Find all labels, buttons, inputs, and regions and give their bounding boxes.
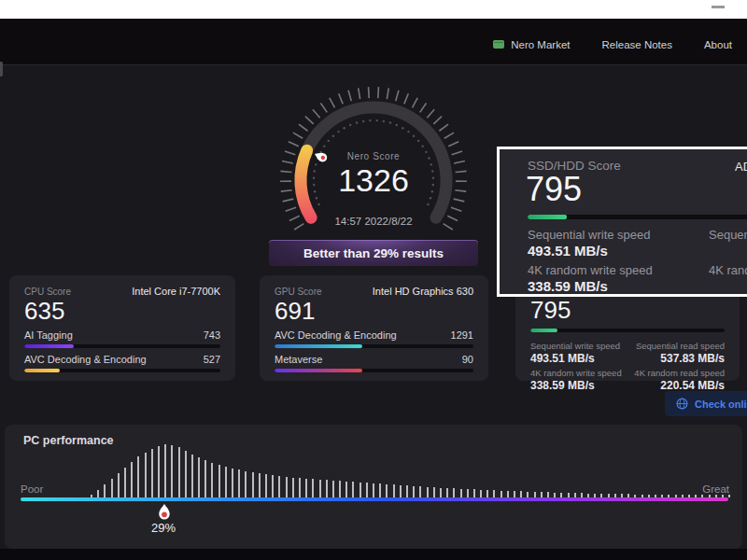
histogram-bar (339, 481, 341, 497)
globe-icon (676, 398, 688, 410)
histogram-bar (486, 490, 488, 497)
speed-value: 493.51 MB/s (528, 243, 608, 259)
histogram-bar (352, 482, 354, 497)
nav-items: Nero Market Release Notes About (493, 19, 732, 64)
histogram-bar (238, 469, 240, 497)
window-control-fragment[interactable] (712, 6, 725, 8)
histogram-bar (400, 485, 402, 497)
benchmark-bar-fill (24, 369, 60, 372)
benchmark-value: 527 (204, 354, 220, 365)
histogram-bar (278, 476, 280, 497)
droplet-marker-icon (157, 503, 172, 521)
histogram-bar (218, 465, 220, 497)
ssd-score-value: 795 (530, 296, 725, 324)
histogram-bar (265, 474, 267, 497)
ssd-magnifier-overlay: SSD/HDD Score AD 795 Sequential write sp… (497, 147, 747, 297)
gauge-title: Nero Score (261, 151, 486, 161)
speed-label-clipped: 4K rand (709, 263, 747, 277)
nav-item-nero-market[interactable]: Nero Market (493, 39, 570, 50)
histogram-bar (453, 488, 455, 497)
speed-value: 338.59 MB/s (528, 278, 608, 294)
performance-poor-label: Poor (21, 483, 43, 495)
histogram-bar (104, 484, 106, 497)
performance-histogram (91, 425, 740, 497)
benchmark-bar-fill (24, 344, 74, 348)
histogram-bar (406, 485, 408, 497)
histogram-bar (97, 490, 99, 497)
histogram-bar (386, 484, 388, 497)
overlay-bar-fill (528, 215, 567, 219)
histogram-bar (178, 447, 180, 497)
result-banner: Better than 29% results (269, 240, 478, 266)
histogram-bar (151, 449, 153, 497)
gauge-score: 1326 (261, 162, 486, 199)
histogram-bar (520, 491, 522, 497)
speed-label: Sequential write speed (528, 228, 651, 242)
histogram-bar (440, 488, 442, 497)
cpu-score-value: 635 (24, 297, 220, 325)
histogram-bar (252, 472, 254, 497)
gpu-score-card[interactable]: GPU Score Intel HD Graphics 630 691 AVC … (260, 275, 488, 381)
benchmark-label: Metaverse (275, 354, 322, 365)
speed-label: Sequential write speed (530, 341, 622, 352)
histogram-bar (259, 473, 261, 497)
histogram-bar (137, 456, 139, 497)
speed-label: 4K random write speed (528, 263, 653, 277)
benchmark-bar-track (24, 369, 220, 372)
histogram-bar (164, 444, 166, 497)
performance-marker-label: 29% (140, 521, 187, 535)
performance-gradient-line (21, 497, 728, 501)
histogram-bar (245, 471, 247, 497)
histogram-bar (204, 460, 206, 497)
histogram-bar (292, 478, 294, 497)
nav-label: About (704, 39, 732, 50)
cpu-device-name: Intel Core i7-7700K (132, 286, 220, 297)
benchmark-value: 743 (204, 329, 220, 341)
overlay-score: 795 (526, 170, 582, 209)
ssd-bar-fill (530, 329, 557, 332)
pc-performance-panel: PC performance Poor Great 29% (5, 425, 742, 549)
histogram-bar (514, 491, 515, 497)
speed-label: Sequential read speed (634, 341, 725, 352)
histogram-bar (480, 490, 482, 497)
histogram-bar (467, 489, 469, 497)
nav-label: Nero Market (511, 39, 570, 50)
histogram-bar (366, 483, 368, 497)
histogram-bar (728, 495, 730, 497)
histogram-bar (232, 469, 233, 497)
gpu-card-title: GPU Score (275, 287, 322, 297)
overlay-device-fragment: AD (735, 160, 747, 174)
navbar: Nero Market Release Notes About (0, 19, 747, 65)
benchmark-label: AI Tagging (24, 329, 73, 341)
histogram-bar (286, 477, 288, 497)
histogram-bar (145, 453, 147, 497)
histogram-bar (299, 478, 301, 497)
nav-item-release-notes[interactable]: Release Notes (602, 39, 672, 50)
histogram-bar (359, 483, 361, 497)
speed-label-clipped: Sequen (709, 228, 747, 242)
gauge-timestamp: 14:57 2022/8/22 (261, 216, 486, 227)
histogram-bar (124, 468, 126, 497)
histogram-bar (493, 490, 495, 497)
histogram-bar (211, 463, 213, 497)
speed-value: 338.59 MB/s (530, 379, 622, 392)
benchmark-value: 1291 (451, 329, 473, 341)
speed-value: 493.51 MB/s (530, 352, 622, 365)
histogram-bar (413, 486, 415, 497)
histogram-bar (373, 483, 374, 497)
speed-value: 537.83 MB/s (634, 352, 725, 365)
benchmark-bar-track (275, 369, 473, 372)
histogram-bar (500, 491, 502, 497)
histogram-bar (158, 446, 160, 497)
histogram-bar (427, 487, 429, 497)
speed-value: 220.54 MB/s (634, 379, 725, 392)
histogram-bar (433, 487, 435, 497)
bottom-bar (0, 549, 747, 560)
histogram-bar (379, 483, 381, 497)
check-online-button[interactable]: Check online (665, 391, 747, 416)
cpu-score-card[interactable]: CPU Score Intel Core i7-7700K 635 AI Tag… (9, 275, 235, 381)
gpu-score-value: 691 (275, 297, 473, 325)
nav-item-about[interactable]: About (704, 39, 732, 50)
app-logo-clipped (0, 62, 3, 77)
histogram-bar (507, 491, 509, 497)
